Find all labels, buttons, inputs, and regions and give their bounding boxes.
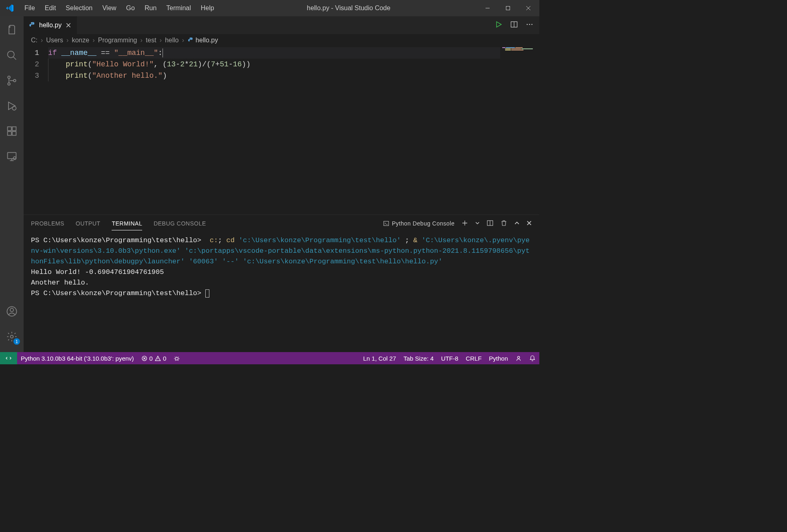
svg-point-17 — [527, 24, 528, 25]
editor-tab-hello[interactable]: hello.py — [24, 16, 77, 34]
activity-bar: 1 — [0, 16, 24, 352]
line-number: 2 — [24, 59, 39, 70]
menu-view[interactable]: View — [97, 2, 121, 14]
breadcrumb-item[interactable]: hello — [165, 37, 179, 44]
close-tab-icon[interactable] — [65, 22, 72, 29]
chevron-right-icon: › — [139, 37, 144, 44]
remote-explorer-icon[interactable] — [2, 147, 22, 166]
line-number: 1 — [24, 47, 39, 59]
breadcrumb-item[interactable]: Programming — [98, 37, 137, 44]
panel-tab-terminal[interactable]: TERMINAL — [112, 217, 142, 230]
line-number: 3 — [24, 70, 39, 81]
status-notifications-icon[interactable] — [525, 352, 539, 364]
chevron-right-icon: › — [158, 37, 163, 44]
svg-rect-7 — [8, 131, 11, 135]
settings-badge: 1 — [13, 338, 20, 345]
title-bar: File Edit Selection View Go Run Terminal… — [0, 0, 539, 16]
menu-go[interactable]: Go — [121, 2, 140, 14]
split-terminal-icon[interactable] — [486, 219, 494, 228]
svg-rect-0 — [506, 7, 510, 10]
svg-rect-10 — [8, 153, 16, 159]
svg-point-3 — [8, 83, 10, 85]
menu-edit[interactable]: Edit — [40, 2, 61, 14]
editor-tab-bar: hello.py — [24, 16, 539, 34]
svg-rect-8 — [12, 131, 16, 135]
breadcrumb-item[interactable]: C: — [31, 37, 37, 44]
trash-icon[interactable] — [500, 219, 508, 228]
svg-point-4 — [13, 79, 16, 82]
cursor — [163, 48, 163, 57]
status-cursor-position[interactable]: Ln 1, Col 27 — [360, 352, 400, 364]
run-debug-icon[interactable] — [2, 96, 22, 116]
svg-point-2 — [8, 76, 10, 79]
error-icon — [141, 355, 147, 361]
menu-run[interactable]: Run — [140, 2, 161, 14]
menu-terminal[interactable]: Terminal — [161, 2, 196, 14]
bottom-panel: PROBLEMS OUTPUT TERMINAL DEBUG CONSOLE P… — [24, 215, 539, 352]
status-bar: Python 3.10.0b3 64-bit ('3.10.0b3': pyen… — [0, 352, 539, 364]
python-file-icon — [29, 22, 36, 29]
svg-point-19 — [532, 24, 533, 25]
breadcrumb-item[interactable]: Users — [46, 37, 63, 44]
debug-icon — [174, 355, 180, 361]
code-line[interactable]: print("Hello World!", (13-2*21)/(7+51-16… — [48, 59, 500, 70]
terminal-dropdown-icon[interactable] — [475, 220, 480, 227]
status-python-interpreter[interactable]: Python 3.10.0b3 64-bit ('3.10.0b3': pyen… — [17, 352, 138, 364]
status-feedback-icon[interactable] — [512, 352, 525, 364]
search-icon[interactable] — [2, 46, 22, 65]
explorer-icon[interactable] — [2, 20, 22, 40]
warning-icon — [155, 355, 161, 361]
status-language[interactable]: Python — [485, 352, 512, 364]
line-gutter: 1 2 3 — [24, 46, 48, 215]
minimap[interactable] — [500, 46, 539, 215]
svg-point-14 — [11, 335, 13, 338]
panel-tab-debug-console[interactable]: DEBUG CONSOLE — [154, 217, 206, 230]
chevron-right-icon: › — [39, 37, 44, 44]
add-terminal-icon[interactable] — [461, 219, 468, 228]
vscode-logo-icon — [5, 3, 15, 13]
close-button[interactable] — [519, 1, 538, 15]
status-encoding[interactable]: UTF-8 — [437, 352, 462, 364]
chevron-right-icon: › — [180, 37, 186, 44]
code-line[interactable]: print("Another hello.") — [48, 70, 500, 81]
settings-icon[interactable]: 1 — [2, 327, 22, 346]
svg-rect-20 — [384, 221, 389, 226]
terminal-output[interactable]: PS C:\Users\konze\Programming\test\hello… — [24, 232, 539, 352]
svg-point-5 — [12, 106, 16, 110]
extensions-icon[interactable] — [2, 121, 22, 141]
code-line[interactable]: if __name__ == "__main__": — [48, 47, 500, 59]
accounts-icon[interactable] — [2, 302, 22, 321]
minimize-button[interactable] — [478, 1, 497, 15]
panel-tab-output[interactable]: OUTPUT — [76, 217, 101, 230]
menu-help[interactable]: Help — [196, 2, 219, 14]
status-eol[interactable]: CRLF — [462, 352, 485, 364]
maximize-button[interactable] — [499, 1, 517, 15]
close-panel-icon[interactable] — [526, 220, 532, 227]
svg-point-24 — [517, 356, 519, 358]
breadcrumb-item[interactable]: hello.py — [196, 37, 218, 44]
svg-rect-9 — [12, 127, 16, 131]
remote-indicator[interactable] — [0, 352, 17, 364]
status-tab-size[interactable]: Tab Size: 4 — [400, 352, 437, 364]
python-file-icon — [187, 37, 194, 44]
source-control-icon[interactable] — [2, 71, 22, 90]
menu-file[interactable]: File — [20, 2, 40, 14]
chevron-up-icon[interactable] — [514, 220, 520, 227]
window-title: hello.py - Visual Studio Code — [219, 4, 478, 12]
svg-point-23 — [176, 357, 178, 360]
run-file-icon[interactable] — [495, 20, 503, 30]
menu-selection[interactable]: Selection — [61, 2, 97, 14]
svg-point-11 — [13, 157, 16, 160]
breadcrumb[interactable]: C:› Users› konze› Programming› test› hel… — [24, 34, 539, 46]
status-live-server[interactable] — [170, 352, 184, 364]
status-problems[interactable]: 0 0 — [138, 352, 170, 364]
split-editor-icon[interactable] — [510, 20, 518, 30]
panel-tab-problems[interactable]: PROBLEMS — [31, 217, 64, 230]
breadcrumb-item[interactable]: konze — [72, 37, 89, 44]
editor-tab-label: hello.py — [39, 22, 62, 29]
more-actions-icon[interactable] — [525, 20, 534, 30]
breadcrumb-item[interactable]: test — [146, 37, 156, 44]
terminal-selector[interactable]: Python Debug Console — [383, 220, 455, 227]
code-editor[interactable]: 1 2 3 if __name__ == "__main__": print("… — [24, 46, 539, 215]
svg-point-18 — [529, 24, 530, 25]
